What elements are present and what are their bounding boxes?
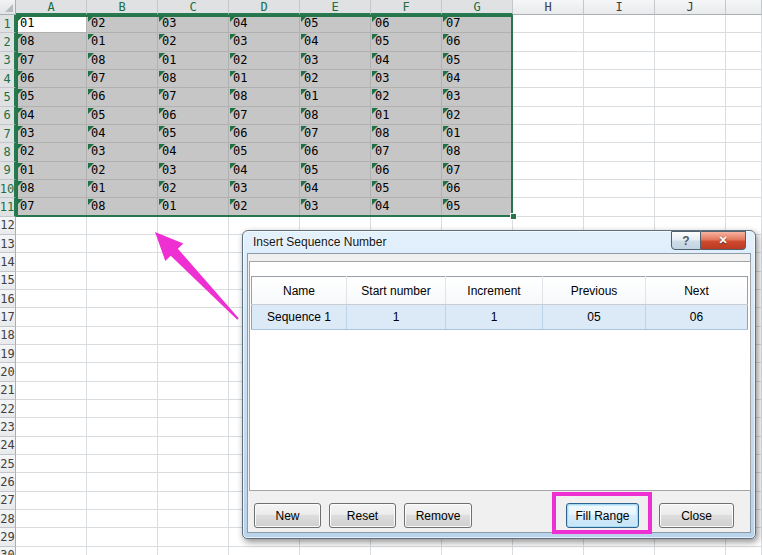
cell-D9[interactable]: 04	[229, 162, 300, 180]
cell-B8[interactable]: 03	[87, 143, 158, 161]
cell-J6[interactable]	[655, 107, 726, 125]
cell-B21[interactable]	[87, 382, 158, 400]
cell-J1[interactable]	[655, 15, 726, 33]
row-header-19[interactable]: 19	[0, 345, 16, 363]
cell-G2[interactable]: 06	[442, 33, 513, 51]
cell-A25[interactable]	[16, 455, 87, 473]
cell-K7[interactable]	[726, 125, 762, 143]
column-header-increment[interactable]: Increment	[446, 277, 543, 305]
cell-B9[interactable]: 02	[87, 162, 158, 180]
cell-I8[interactable]	[584, 143, 655, 161]
column-header-B[interactable]: B	[87, 0, 158, 15]
cell-K9[interactable]	[726, 162, 762, 180]
row-header-24[interactable]: 24	[0, 437, 16, 455]
cell-C29[interactable]	[158, 528, 229, 546]
cell-A10[interactable]: 08	[16, 180, 87, 198]
cell-J8[interactable]	[655, 143, 726, 161]
remove-button[interactable]: Remove	[404, 503, 472, 528]
cell-A27[interactable]	[16, 492, 87, 510]
cell-C2[interactable]: 02	[158, 33, 229, 51]
cell-E11[interactable]: 03	[300, 198, 371, 216]
row-header-16[interactable]: 16	[0, 290, 16, 308]
row-header-5[interactable]: 5	[0, 88, 16, 106]
cell-I7[interactable]	[584, 125, 655, 143]
cell-D8[interactable]: 05	[229, 143, 300, 161]
cell-H9[interactable]	[513, 162, 584, 180]
cell-E4[interactable]: 02	[300, 70, 371, 88]
column-header-previous[interactable]: Previous	[543, 277, 646, 305]
cell-K2[interactable]	[726, 33, 762, 51]
row-header-30[interactable]: 30	[0, 547, 16, 555]
cell-E5[interactable]: 01	[300, 88, 371, 106]
row-header-6[interactable]: 6	[0, 107, 16, 125]
cell-J9[interactable]	[655, 162, 726, 180]
cell-K4[interactable]	[726, 70, 762, 88]
cell-D6[interactable]: 07	[229, 107, 300, 125]
new-button[interactable]: New	[254, 503, 321, 528]
cell-A16[interactable]	[16, 290, 87, 308]
cell-A1[interactable]: 01	[16, 15, 87, 33]
column-header-name[interactable]: Name	[252, 277, 347, 305]
sequence-row-selected[interactable]: Sequence 1110506	[252, 305, 748, 330]
cell-A24[interactable]	[16, 437, 87, 455]
cell-E8[interactable]: 06	[300, 143, 371, 161]
cell-K5[interactable]	[726, 88, 762, 106]
cell-G30[interactable]	[442, 547, 513, 555]
cell-G3[interactable]: 05	[442, 52, 513, 70]
cell-I2[interactable]	[584, 33, 655, 51]
cell-B10[interactable]: 01	[87, 180, 158, 198]
cell-B6[interactable]: 05	[87, 107, 158, 125]
cell-F10[interactable]: 05	[371, 180, 442, 198]
row-header-18[interactable]: 18	[0, 327, 16, 345]
cell-I4[interactable]	[584, 70, 655, 88]
row-header-8[interactable]: 8	[0, 143, 16, 161]
dialog-close-button[interactable]: ✕	[701, 231, 746, 250]
row-header-20[interactable]: 20	[0, 363, 16, 381]
cell-D5[interactable]: 08	[229, 88, 300, 106]
cell-C5[interactable]: 07	[158, 88, 229, 106]
cell-H2[interactable]	[513, 33, 584, 51]
cell-C9[interactable]: 03	[158, 162, 229, 180]
cell-C28[interactable]	[158, 510, 229, 528]
cell-A14[interactable]	[16, 253, 87, 271]
cell-C6[interactable]: 06	[158, 107, 229, 125]
row-header-4[interactable]: 4	[0, 70, 16, 88]
cell-B18[interactable]	[87, 327, 158, 345]
row-header-14[interactable]: 14	[0, 253, 16, 271]
column-header-F[interactable]: F	[371, 0, 442, 15]
cell-E7[interactable]: 07	[300, 125, 371, 143]
cell-A22[interactable]	[16, 400, 87, 418]
cell-H8[interactable]	[513, 143, 584, 161]
cell-A17[interactable]	[16, 308, 87, 326]
cell-A21[interactable]	[16, 382, 87, 400]
cell-B30[interactable]	[87, 547, 158, 555]
cell-F9[interactable]: 06	[371, 162, 442, 180]
cell-A20[interactable]	[16, 363, 87, 381]
column-header-next[interactable]: Next	[646, 277, 748, 305]
column-header-D[interactable]: D	[229, 0, 300, 15]
cell-A8[interactable]: 02	[16, 143, 87, 161]
row-header-21[interactable]: 21	[0, 382, 16, 400]
cell-H30[interactable]	[513, 547, 584, 555]
cell-B19[interactable]	[87, 345, 158, 363]
cell-G11[interactable]: 05	[442, 198, 513, 216]
cell-D30[interactable]	[229, 547, 300, 555]
cell-C21[interactable]	[158, 382, 229, 400]
cell-F4[interactable]: 03	[371, 70, 442, 88]
cell-D7[interactable]: 06	[229, 125, 300, 143]
row-header-7[interactable]: 7	[0, 125, 16, 143]
cell-C7[interactable]: 05	[158, 125, 229, 143]
cell-I6[interactable]	[584, 107, 655, 125]
cell-B29[interactable]	[87, 528, 158, 546]
cell-C22[interactable]	[158, 400, 229, 418]
cell-A6[interactable]: 04	[16, 107, 87, 125]
cell-G7[interactable]: 01	[442, 125, 513, 143]
cell-B22[interactable]	[87, 400, 158, 418]
cell-A2[interactable]: 08	[16, 33, 87, 51]
cell-C30[interactable]	[158, 547, 229, 555]
cell-G1[interactable]: 07	[442, 15, 513, 33]
row-header-25[interactable]: 25	[0, 455, 16, 473]
cell-I9[interactable]	[584, 162, 655, 180]
cell-F1[interactable]: 06	[371, 15, 442, 33]
row-header-13[interactable]: 13	[0, 235, 16, 253]
